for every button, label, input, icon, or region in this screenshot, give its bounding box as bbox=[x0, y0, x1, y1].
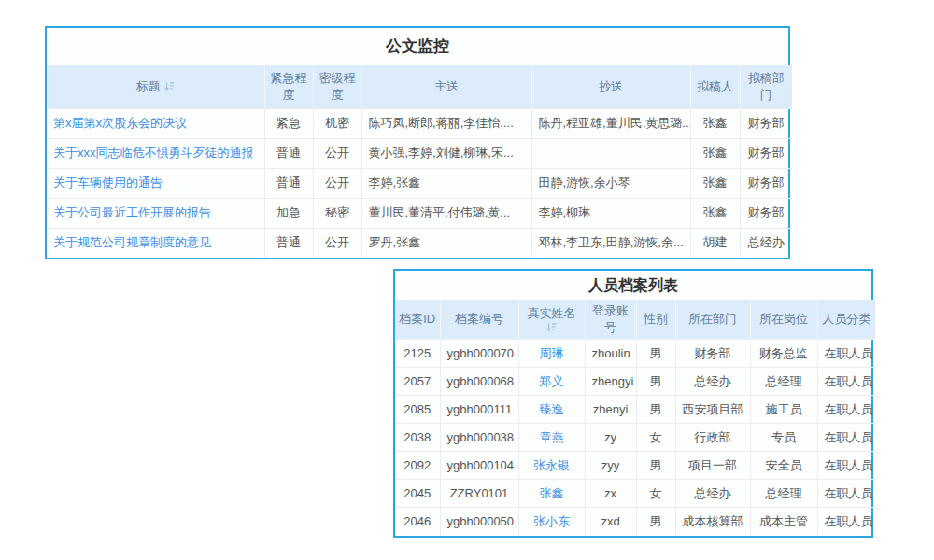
position-cell: 成本主管 bbox=[750, 508, 817, 536]
title-link[interactable]: 关于车辆使用的通告 bbox=[47, 168, 264, 198]
main-send-cell: 陈巧凤,断郎,蒋丽,李佳怡,... bbox=[361, 108, 531, 138]
archive-no-cell: ygbh000068 bbox=[440, 368, 518, 396]
personnel-archive-title: 人员档案列表 bbox=[395, 271, 871, 300]
drafter-cell: 张鑫 bbox=[690, 138, 740, 168]
title-link[interactable]: 关于公司最近工作开展的报告 bbox=[47, 198, 264, 228]
real-name-link[interactable]: 张小东 bbox=[518, 508, 585, 536]
cc-cell: 田静,游恢,余小琴 bbox=[531, 168, 690, 198]
gender-cell: 男 bbox=[636, 368, 675, 396]
department-cell: 财务部 bbox=[675, 340, 750, 368]
draft-dept-cell: 财务部 bbox=[740, 168, 792, 198]
title-link[interactable]: 第x届第x次股东会的决议 bbox=[47, 108, 264, 138]
category-cell: 在职人员 bbox=[817, 480, 875, 508]
gender-cell: 女 bbox=[636, 480, 675, 508]
real-name-link[interactable]: 张鑫 bbox=[518, 480, 585, 508]
col-header-title-label: 标题 bbox=[136, 78, 161, 95]
login-account-cell: zyy bbox=[585, 452, 636, 480]
archive-no-cell: ygbh000038 bbox=[440, 424, 518, 452]
drafter-cell: 胡建 bbox=[690, 228, 740, 258]
archive-id-cell: 2085 bbox=[395, 396, 440, 424]
login-account-cell: zhengyi bbox=[585, 368, 636, 396]
position-cell: 安全员 bbox=[750, 452, 817, 480]
document-monitor-table: 标题 bbox=[47, 65, 792, 258]
table-row: 2085ygbh000111臻逸zhenyi男西安项目部施工员在职人员 bbox=[395, 396, 875, 424]
archive-no-cell: ygbh000111 bbox=[440, 396, 518, 424]
draft-dept-cell: 财务部 bbox=[740, 198, 792, 228]
draft-dept-cell: 财务部 bbox=[740, 138, 792, 168]
archive-id-cell: 2045 bbox=[395, 480, 440, 508]
department-cell: 成本核算部 bbox=[675, 508, 750, 536]
department-cell: 西安项目部 bbox=[675, 396, 750, 424]
real-name-link[interactable]: 周琳 bbox=[518, 340, 585, 368]
real-name-link[interactable]: 章燕 bbox=[518, 424, 585, 452]
position-cell: 财务总监 bbox=[750, 340, 817, 368]
real-name-link[interactable]: 郑义 bbox=[518, 368, 585, 396]
gender-cell: 男 bbox=[636, 396, 675, 424]
table-row: 关于车辆使用的通告普通公开李婷,张鑫田静,游恢,余小琴张鑫财务部 bbox=[47, 168, 792, 198]
col-header-real-name-label: 真实姓名 bbox=[528, 306, 576, 321]
archive-id-cell: 2092 bbox=[395, 452, 440, 480]
secrecy-cell: 秘密 bbox=[313, 198, 361, 228]
gender-cell: 女 bbox=[636, 424, 675, 452]
col-header-login-account: 登录账号 bbox=[585, 300, 636, 340]
position-cell: 总经理 bbox=[750, 368, 817, 396]
draft-dept-cell: 财务部 bbox=[740, 108, 792, 138]
header-row: 档案ID 档案编号 真实姓名 bbox=[395, 300, 875, 340]
login-account-cell: zhenyi bbox=[585, 396, 636, 424]
main-send-cell: 董川民,董清平,付伟璐,黄... bbox=[361, 198, 531, 228]
table-row: 2045ZZRY0101张鑫zx女总经办总经理在职人员 bbox=[395, 480, 875, 508]
archive-id-cell: 2125 bbox=[395, 340, 440, 368]
document-monitor-card: 公文监控 标题 bbox=[45, 26, 790, 259]
archive-no-cell: ZZRY0101 bbox=[440, 480, 518, 508]
title-link[interactable]: 关于xxx同志临危不惧勇斗歹徒的通报 bbox=[47, 138, 264, 168]
personnel-archive-table: 档案ID 档案编号 真实姓名 bbox=[395, 300, 875, 536]
department-cell: 行政部 bbox=[675, 424, 750, 452]
col-header-position: 所在岗位 bbox=[750, 300, 817, 340]
login-account-cell: zy bbox=[585, 424, 636, 452]
gender-cell: 男 bbox=[636, 340, 675, 368]
col-header-main-send: 主送 bbox=[361, 65, 531, 108]
col-header-drafter: 拟稿人 bbox=[690, 65, 740, 108]
drafter-cell: 张鑫 bbox=[690, 108, 740, 138]
login-account-cell: zx bbox=[585, 480, 636, 508]
col-header-real-name[interactable]: 真实姓名 bbox=[518, 300, 585, 340]
title-link[interactable]: 关于规范公司规章制度的意见 bbox=[47, 228, 264, 258]
table-row: 2046ygbh000050张小东zxd男成本核算部成本主管在职人员 bbox=[395, 508, 875, 536]
urgency-cell: 普通 bbox=[264, 168, 313, 198]
category-cell: 在职人员 bbox=[817, 368, 875, 396]
urgency-cell: 紧急 bbox=[264, 108, 313, 138]
category-cell: 在职人员 bbox=[817, 424, 875, 452]
category-cell: 在职人员 bbox=[817, 396, 875, 424]
col-header-gender: 性别 bbox=[636, 300, 675, 340]
archive-no-cell: ygbh000104 bbox=[440, 452, 518, 480]
col-header-cc: 抄送 bbox=[531, 65, 690, 108]
table-row: 关于规范公司规章制度的意见普通公开罗丹,张鑫邓林,李卫东,田静,游恢,余...胡… bbox=[47, 228, 792, 258]
col-header-archive-no: 档案编号 bbox=[440, 300, 518, 340]
real-name-link[interactable]: 张永银 bbox=[518, 452, 585, 480]
document-monitor-title: 公文监控 bbox=[47, 28, 788, 65]
category-cell: 在职人员 bbox=[817, 340, 875, 368]
table-row: 第x届第x次股东会的决议紧急机密陈巧凤,断郎,蒋丽,李佳怡,...陈丹,程亚雄,… bbox=[47, 108, 792, 138]
archive-id-cell: 2057 bbox=[395, 368, 440, 396]
secrecy-cell: 公开 bbox=[313, 228, 361, 258]
secrecy-cell: 公开 bbox=[313, 168, 361, 198]
category-cell: 在职人员 bbox=[817, 508, 875, 536]
col-header-category: 人员分类 bbox=[817, 300, 875, 340]
gender-cell: 男 bbox=[636, 452, 675, 480]
real-name-link[interactable]: 臻逸 bbox=[518, 396, 585, 424]
sort-icon bbox=[546, 322, 557, 332]
header-row: 标题 bbox=[47, 65, 792, 108]
table-row: 2038ygbh000038章燕zy女行政部专员在职人员 bbox=[395, 424, 875, 452]
cc-cell bbox=[531, 138, 690, 168]
personnel-archive-card: 人员档案列表 档案ID 档案编号 真实姓名 bbox=[393, 269, 873, 538]
category-cell: 在职人员 bbox=[817, 452, 875, 480]
draft-dept-cell: 总经办 bbox=[740, 228, 792, 258]
table-row: 关于公司最近工作开展的报告加急秘密董川民,董清平,付伟璐,黄...李婷,柳琳张鑫… bbox=[47, 198, 792, 228]
secrecy-cell: 公开 bbox=[313, 138, 361, 168]
col-header-secrecy: 密级程度 bbox=[313, 65, 361, 108]
col-header-title[interactable]: 标题 bbox=[47, 65, 264, 108]
drafter-cell: 张鑫 bbox=[690, 198, 740, 228]
position-cell: 施工员 bbox=[750, 396, 817, 424]
archive-id-cell: 2038 bbox=[395, 424, 440, 452]
secrecy-cell: 机密 bbox=[313, 108, 361, 138]
